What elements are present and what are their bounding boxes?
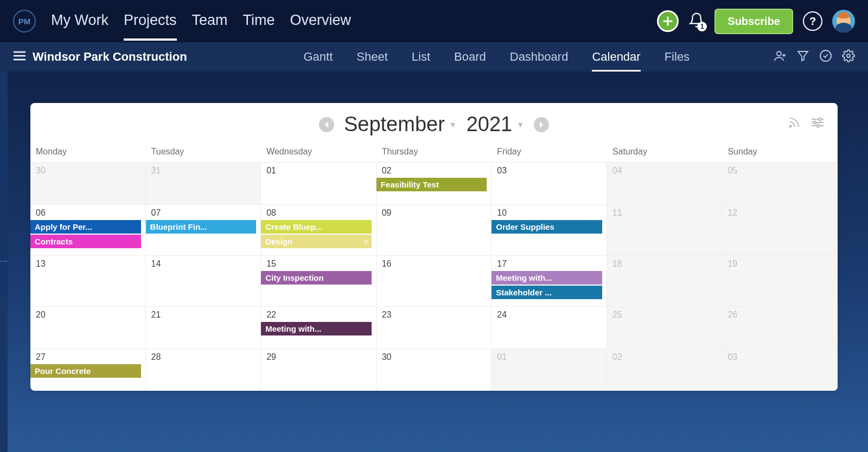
calendar-cell[interactable]: 01: [492, 348, 607, 391]
calendar-cell[interactable]: 09: [376, 204, 492, 255]
subscribe-button[interactable]: Subscribe: [714, 9, 793, 34]
app-logo[interactable]: PM: [13, 10, 36, 33]
tab-my-work[interactable]: My Work: [51, 2, 108, 41]
calendar-cell[interactable]: 03: [492, 162, 607, 204]
calendar-event[interactable]: Design≡: [261, 235, 372, 248]
weekday-label: Wednesday: [261, 147, 376, 157]
calendar-cell[interactable]: 30: [30, 162, 146, 204]
day-number: 21: [146, 310, 261, 320]
calendar-event[interactable]: Blueprint Fin...: [146, 220, 257, 234]
sub-nav: Windsor Park Construction Gantt Sheet Li…: [0, 42, 868, 72]
tab-projects[interactable]: Projects: [124, 2, 177, 41]
notifications-button[interactable]: 1: [688, 12, 705, 30]
approve-button[interactable]: [819, 49, 832, 64]
calendar-cell[interactable]: 02Feasibility Test: [376, 162, 492, 204]
view-list[interactable]: List: [412, 42, 430, 72]
calendar-cell[interactable]: 06Apply for Per...Contracts: [30, 204, 146, 255]
view-calendar[interactable]: Calendar: [592, 42, 640, 72]
weekday-label: Saturday: [607, 147, 723, 157]
day-number: 20: [30, 310, 145, 320]
calendar-cell[interactable]: 05: [722, 162, 838, 204]
day-number: 19: [722, 259, 838, 269]
view-gantt[interactable]: Gantt: [303, 42, 333, 72]
view-sheet[interactable]: Sheet: [356, 42, 388, 72]
event-label: Design: [265, 237, 292, 246]
calendar-cell[interactable]: 19: [722, 255, 838, 306]
day-number: 01: [492, 352, 607, 362]
left-rail[interactable]: ⋮: [0, 72, 8, 452]
calendar-cell[interactable]: 10Order Supplies: [492, 204, 607, 255]
calendar-cell[interactable]: 22Meeting with...: [261, 306, 376, 348]
calendar-cell[interactable]: 12: [722, 204, 838, 255]
add-button[interactable]: [657, 10, 679, 32]
calendar-event[interactable]: Meeting with...: [261, 322, 372, 335]
settings-button[interactable]: [842, 49, 855, 64]
next-month-button[interactable]: [534, 117, 549, 132]
month-dropdown[interactable]: September ▼: [344, 113, 457, 136]
calendar-cell[interactable]: 16: [376, 255, 492, 306]
calendar-week: 06Apply for Per...Contracts07Blueprint F…: [30, 204, 838, 255]
calendar-cell[interactable]: 21: [146, 306, 261, 348]
calendar-cell[interactable]: 02: [607, 348, 723, 391]
filter-button[interactable]: [796, 49, 809, 64]
prev-month-button[interactable]: [319, 117, 334, 132]
calendar-cell[interactable]: 11: [607, 204, 723, 255]
calendar-cell[interactable]: 13: [30, 255, 146, 306]
calendar-event[interactable]: Meeting with...: [492, 271, 602, 285]
day-number: 28: [146, 352, 261, 362]
notification-badge: 1: [697, 22, 707, 31]
year-dropdown[interactable]: 2021 ▼: [467, 113, 524, 136]
view-board[interactable]: Board: [454, 42, 486, 72]
calendar-week: 30310102Feasibility Test030405: [30, 162, 838, 204]
calendar-cell[interactable]: 29: [261, 348, 376, 391]
calendar-event[interactable]: Pour Concrete: [30, 364, 141, 378]
calendar-week: 27Pour Concrete282930010203: [30, 348, 838, 391]
add-people-button[interactable]: [774, 49, 787, 64]
calendar-event[interactable]: Contracts: [30, 235, 141, 248]
calendar-event[interactable]: Apply for Per...: [30, 220, 141, 234]
calendar-cell[interactable]: 23: [376, 306, 492, 348]
calendar-event[interactable]: Create Bluep...: [261, 220, 372, 234]
gear-icon: [842, 49, 855, 62]
tab-time[interactable]: Time: [243, 2, 275, 41]
calendar-cell[interactable]: 31: [146, 162, 261, 204]
avatar[interactable]: [832, 10, 855, 33]
calendar-event[interactable]: Feasibility Test: [376, 178, 487, 191]
calendar-cell[interactable]: 01: [261, 162, 376, 204]
tab-team[interactable]: Team: [192, 2, 228, 41]
chevron-right-icon: [538, 121, 545, 128]
subnav-tools: [774, 49, 855, 64]
calendar-cell[interactable]: 28: [146, 348, 261, 391]
day-number: 29: [261, 352, 376, 362]
tab-overview[interactable]: Overview: [290, 2, 352, 41]
avatar-icon: [837, 14, 851, 28]
calendar-cell[interactable]: 07Blueprint Fin...: [146, 204, 261, 255]
topnav-right: 1 Subscribe ?: [657, 9, 855, 34]
drag-handle-icon: ⋮: [0, 257, 8, 266]
calendar-event[interactable]: Stakeholder ...: [492, 286, 602, 299]
calendar-cell[interactable]: 26: [722, 306, 838, 348]
calendar-cell[interactable]: 17Meeting with...Stakeholder ...: [492, 255, 607, 306]
calendar-cell[interactable]: 04: [607, 162, 723, 204]
plus-icon: [662, 15, 674, 27]
help-button[interactable]: ?: [803, 11, 822, 31]
calendar-cell[interactable]: 03: [722, 348, 838, 391]
svg-point-8: [820, 50, 831, 61]
calendar-event[interactable]: Order Supplies: [492, 220, 602, 234]
calendar-cell[interactable]: 15City Inspection: [261, 255, 376, 306]
calendar-event[interactable]: City Inspection: [261, 271, 372, 285]
view-files[interactable]: Files: [665, 42, 690, 72]
view-dashboard[interactable]: Dashboard: [510, 42, 569, 72]
calendar-cell[interactable]: 24: [492, 306, 607, 348]
event-menu-icon[interactable]: ≡: [364, 237, 368, 246]
calendar-cell[interactable]: 18: [607, 255, 723, 306]
calendar-cell[interactable]: 30: [376, 348, 492, 391]
rss-button[interactable]: [788, 116, 801, 131]
calendar-cell[interactable]: 20: [30, 306, 146, 348]
calendar-cell[interactable]: 08Create Bluep...Design≡: [261, 204, 376, 255]
calendar-cell[interactable]: 14: [146, 255, 261, 306]
menu-toggle[interactable]: [13, 50, 26, 63]
calendar-cell[interactable]: 25: [607, 306, 723, 348]
calendar-cell[interactable]: 27Pour Concrete: [30, 348, 146, 391]
settings-toggle[interactable]: [810, 116, 825, 131]
